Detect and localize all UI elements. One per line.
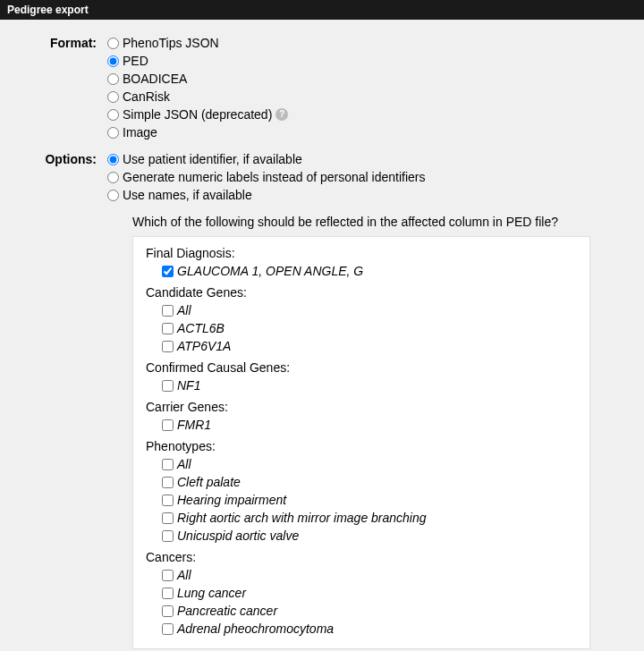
- item-checkbox[interactable]: [162, 266, 174, 277]
- checkbox-row[interactable]: All: [162, 301, 577, 319]
- item-checkbox[interactable]: [162, 323, 174, 334]
- format-label-text: PED: [123, 52, 148, 70]
- checkbox-row[interactable]: Unicuspid aortic valve: [162, 527, 577, 545]
- checkbox-row[interactable]: Hearing impairment: [162, 491, 577, 509]
- format-radio-boadicea[interactable]: [107, 73, 119, 85]
- item-checkbox[interactable]: [162, 570, 174, 581]
- format-label: Format:: [18, 34, 107, 50]
- option-label-text: Generate numeric labels instead of perso…: [123, 168, 426, 186]
- checkbox-row[interactable]: All: [162, 455, 577, 473]
- format-option-simplejson[interactable]: Simple JSON (deprecated)?: [107, 106, 626, 123]
- item-checkbox[interactable]: [162, 605, 174, 617]
- dialog-title: Pedigree export: [0, 0, 644, 20]
- option-radio-numeric[interactable]: [107, 172, 119, 183]
- item-checkbox[interactable]: [162, 588, 174, 599]
- group-header: Phenotypes:: [146, 439, 577, 453]
- affected-selection-box: Final Diagnosis:GLAUCOMA 1, OPEN ANGLE, …: [132, 236, 590, 649]
- item-label: All: [177, 301, 191, 319]
- checkbox-row[interactable]: Right aortic arch with mirror image bran…: [162, 509, 577, 527]
- item-label: Hearing impairment: [177, 491, 286, 509]
- checkbox-row[interactable]: All: [162, 566, 577, 584]
- item-label: ACTL6B: [177, 319, 225, 337]
- format-radio-image[interactable]: [107, 127, 119, 139]
- item-checkbox[interactable]: [162, 305, 174, 317]
- format-label-text: CanRisk: [123, 88, 170, 106]
- item-label: FMR1: [177, 416, 211, 434]
- item-checkbox[interactable]: [162, 341, 174, 352]
- format-option-canrisk[interactable]: CanRisk: [107, 88, 626, 106]
- checkbox-row[interactable]: Lung cancer: [162, 584, 577, 602]
- format-radio-canrisk[interactable]: [107, 91, 119, 103]
- options-label: Options:: [18, 150, 107, 166]
- format-label-text: BOADICEA: [123, 70, 187, 88]
- option-radio-patientid[interactable]: [107, 154, 119, 165]
- item-checkbox[interactable]: [162, 380, 174, 392]
- checkbox-row[interactable]: GLAUCOMA 1, OPEN ANGLE, G: [162, 262, 577, 280]
- group-header: Confirmed Causal Genes:: [146, 360, 577, 375]
- group-header: Cancers:: [146, 550, 577, 564]
- option-label-text: Use names, if available: [123, 186, 252, 204]
- item-checkbox[interactable]: [162, 459, 174, 470]
- format-row: Format: PhenoTips JSONPEDBOADICEACanRisk…: [18, 34, 626, 141]
- group-header: Carrier Genes:: [146, 400, 577, 414]
- item-checkbox[interactable]: [162, 495, 174, 506]
- help-icon[interactable]: ?: [275, 108, 288, 121]
- group-header: Candidate Genes:: [146, 285, 577, 300]
- format-radio-ped[interactable]: [107, 55, 119, 67]
- format-option-ped[interactable]: PED: [107, 52, 626, 70]
- item-label: Right aortic arch with mirror image bran…: [177, 509, 427, 527]
- options-container: Use patient identifier, if availableGene…: [107, 150, 626, 649]
- checkbox-row[interactable]: Cleft palate: [162, 473, 577, 491]
- item-checkbox[interactable]: [162, 419, 174, 431]
- option-numeric[interactable]: Generate numeric labels instead of perso…: [107, 168, 626, 186]
- checkbox-row[interactable]: Pancreatic cancer: [162, 602, 577, 620]
- options-row: Options: Use patient identifier, if avai…: [18, 150, 626, 649]
- item-label: NF1: [177, 376, 200, 394]
- checkbox-row[interactable]: NF1: [162, 376, 577, 394]
- item-label: Pancreatic cancer: [177, 602, 277, 620]
- format-option-image[interactable]: Image: [107, 123, 626, 141]
- format-label-text: Image: [123, 123, 157, 141]
- format-option-phenotips[interactable]: PhenoTips JSON: [107, 34, 626, 52]
- format-radio-phenotips[interactable]: [107, 38, 119, 49]
- format-option-boadicea[interactable]: BOADICEA: [107, 70, 626, 88]
- option-label-text: Use patient identifier, if available: [123, 150, 302, 168]
- option-radio-names[interactable]: [107, 190, 119, 201]
- format-label-text: PhenoTips JSON: [123, 34, 219, 52]
- item-checkbox[interactable]: [162, 623, 174, 635]
- option-patientid[interactable]: Use patient identifier, if available: [107, 150, 626, 168]
- item-label: Unicuspid aortic valve: [177, 527, 299, 545]
- item-checkbox[interactable]: [162, 512, 174, 524]
- checkbox-row[interactable]: ATP6V1A: [162, 337, 577, 355]
- format-radio-simplejson[interactable]: [107, 109, 119, 121]
- item-label: All: [177, 566, 191, 584]
- format-label-text: Simple JSON (deprecated): [123, 106, 272, 123]
- item-label: Lung cancer: [177, 584, 246, 602]
- item-label: Adrenal pheochromocytoma: [177, 620, 334, 638]
- item-label: All: [177, 455, 191, 473]
- item-checkbox[interactable]: [162, 477, 174, 488]
- format-options: PhenoTips JSONPEDBOADICEACanRiskSimple J…: [107, 34, 626, 141]
- dialog-body: Format: PhenoTips JSONPEDBOADICEACanRisk…: [0, 20, 644, 651]
- option-names[interactable]: Use names, if available: [107, 186, 626, 204]
- checkbox-row[interactable]: ACTL6B: [162, 319, 577, 337]
- item-label: ATP6V1A: [177, 337, 231, 355]
- checkbox-row[interactable]: Adrenal pheochromocytoma: [162, 620, 577, 638]
- item-label: GLAUCOMA 1, OPEN ANGLE, G: [177, 262, 363, 280]
- affected-column-question: Which of the following should be reflect…: [132, 215, 626, 229]
- group-header: Final Diagnosis:: [146, 246, 577, 260]
- item-checkbox[interactable]: [162, 530, 174, 542]
- checkbox-row[interactable]: FMR1: [162, 416, 577, 434]
- item-label: Cleft palate: [177, 473, 241, 491]
